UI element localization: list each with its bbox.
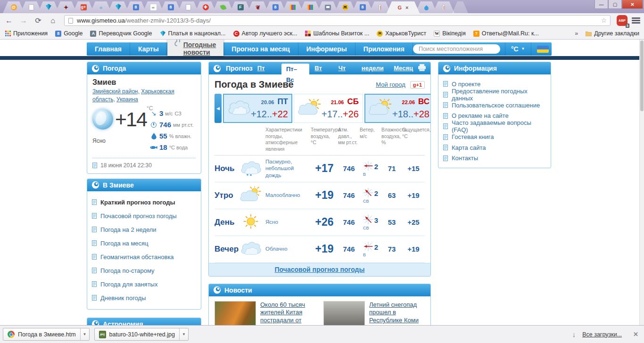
search-input[interactable] bbox=[413, 44, 500, 54]
forecast-tab[interactable]: Вт–Чт bbox=[339, 62, 356, 74]
sidebar-link-item[interactable]: Погода по-старому bbox=[92, 264, 196, 278]
forecast-tab[interactable]: Месяц bbox=[394, 62, 413, 74]
tab-close-icon[interactable]: × bbox=[405, 5, 408, 10]
browser-tab-active[interactable]: G× bbox=[387, 1, 420, 13]
sidebar-link[interactable]: Контакты bbox=[452, 155, 478, 162]
day-card[interactable]: 22.06ВС+18..+28 bbox=[364, 94, 431, 123]
sidebar-link[interactable]: Погода на 2 недели bbox=[100, 226, 157, 233]
region-link[interactable]: Украина bbox=[116, 96, 138, 103]
forecast-tab[interactable]: 2 недели bbox=[362, 62, 388, 74]
forward-button[interactable]: → bbox=[18, 17, 29, 24]
sidebar-link[interactable]: О проекте bbox=[452, 81, 480, 88]
download-item[interactable]: Погода в Змиеве.htm▼ bbox=[3, 328, 90, 341]
news-image[interactable] bbox=[323, 301, 365, 325]
browser-tab[interactable] bbox=[433, 1, 454, 13]
show-all-downloads-link[interactable]: Все загрузки... bbox=[582, 331, 622, 338]
bookmark-item[interactable]: Шаблоны Визиток ... bbox=[305, 30, 370, 37]
download-bar-close-icon[interactable]: ✕ bbox=[633, 331, 638, 338]
prev-days-arrow[interactable]: ◀ bbox=[215, 94, 222, 123]
sidebar-link-item[interactable]: Контакты bbox=[443, 153, 546, 164]
nav-item[interactable]: Приложения bbox=[355, 42, 413, 56]
scrollbar[interactable] bbox=[639, 40, 644, 325]
bookmark-item[interactable]: ?Ответы@Mail.Ru: к... bbox=[473, 30, 539, 37]
sidebar-link-item[interactable]: Предоставление погодных данных bbox=[443, 90, 546, 100]
nav-item[interactable]: Информеры bbox=[298, 42, 355, 56]
nav-item[interactable]: Прогноз на месяц bbox=[223, 42, 298, 56]
torch-icon: Ж bbox=[377, 31, 383, 37]
bookmark-item[interactable]: ЖХарьковТурист bbox=[377, 30, 426, 37]
language-flag-dropdown[interactable]: ▼ bbox=[531, 42, 561, 56]
download-item-menu[interactable]: ▼ bbox=[179, 328, 188, 340]
back-button[interactable]: ← bbox=[4, 17, 14, 24]
news-title-link[interactable]: Летний снегопад прошел в Республике Коми bbox=[369, 301, 425, 325]
new-tab-button[interactable] bbox=[452, 1, 468, 13]
sidebar-link-item[interactable]: Погода для занятых bbox=[92, 278, 196, 291]
bookmark-item[interactable]: CАвтор лучшего эск... bbox=[233, 30, 297, 37]
sidebar-link-item[interactable]: Дневник погоды bbox=[92, 291, 196, 305]
sidebar-link[interactable]: Краткий прогноз погоды bbox=[100, 199, 175, 206]
sidebar-link[interactable]: Почасовой прогноз погоды bbox=[100, 212, 177, 220]
sidebar-link-item[interactable]: Пользовательское соглашение bbox=[443, 100, 546, 111]
forecast-tab-active[interactable]: Пт–Вс bbox=[281, 64, 309, 74]
google-plus-one-button[interactable]: g+1 bbox=[410, 81, 425, 89]
nav-item[interactable]: Карты bbox=[130, 42, 167, 56]
day-card[interactable]: 20.06ПТ+12..+22 bbox=[223, 94, 292, 123]
sidebar-link[interactable]: Гостевая книга bbox=[452, 133, 494, 140]
units-dropdown[interactable]: °C▼ bbox=[505, 42, 531, 56]
sidebar-link[interactable]: О рекламе на сайте bbox=[452, 112, 509, 119]
print-icon[interactable] bbox=[418, 64, 426, 73]
hourly-forecast-link[interactable]: Почасовой прогноз погоды bbox=[275, 266, 365, 273]
bookmark-item[interactable]: Приложения bbox=[5, 30, 48, 37]
address-bar[interactable]: www.gismeteo.ua/weather-zmiiv-12013/3-5-… bbox=[64, 15, 611, 26]
download-item-menu[interactable]: ▼ bbox=[80, 328, 89, 340]
sidebar-link-item[interactable]: Погода на 2 недели bbox=[92, 223, 196, 237]
bookmark-item[interactable]: Другие закладки bbox=[586, 30, 639, 37]
minimize-button[interactable]: — bbox=[594, 0, 608, 9]
bookmark-star-icon[interactable]: ☆ bbox=[601, 16, 607, 24]
sidebar-link[interactable]: Часто задаваемые вопросы (FAQ) bbox=[452, 119, 546, 133]
sidebar-link-item[interactable]: Часто задаваемые вопросы (FAQ) bbox=[443, 121, 546, 132]
sidebar-link[interactable]: Погода по-старому bbox=[100, 267, 155, 274]
news-title-link[interactable]: Около 60 тысяч жителей Китая пострадали … bbox=[260, 301, 316, 325]
bookmark-item[interactable]: Платья в национал... bbox=[160, 30, 226, 37]
sidebar-link[interactable]: Предоставление погодных данных bbox=[452, 88, 546, 102]
bookmark-item[interactable]: WВікіпедія bbox=[434, 30, 466, 37]
bookmark-item[interactable]: AПереводчик Google bbox=[90, 30, 152, 37]
home-button[interactable]: ⌂ bbox=[48, 17, 58, 24]
close-button[interactable]: ✕ bbox=[622, 0, 643, 9]
sidebar-link[interactable]: Погода на месяц bbox=[100, 240, 149, 247]
nav-item-weather-news[interactable]: Погодные новости bbox=[167, 40, 224, 56]
adblock-icon[interactable]: ABP 3 bbox=[617, 15, 627, 26]
day-card[interactable]: 21.06СБ+17..+26 bbox=[294, 94, 363, 123]
download-item[interactable]: JPGbaturo-310-white+red.jpg▼ bbox=[94, 328, 189, 341]
sidebar-link[interactable]: Геомагнитная обстановка bbox=[100, 253, 174, 261]
bookmark-item[interactable]: 8Google bbox=[55, 30, 83, 37]
news-item[interactable]: Около 60 тысяч жителей Китая пострадали … bbox=[215, 301, 316, 325]
menu-icon[interactable] bbox=[632, 17, 640, 24]
region-link[interactable]: Змиёвский район, bbox=[92, 88, 140, 95]
news-item[interactable]: Летний снегопад прошел в Республике Коми bbox=[323, 301, 425, 325]
forecast-tab[interactable]: Вс–Вт bbox=[314, 62, 333, 74]
nav-item[interactable]: Главная bbox=[87, 42, 130, 56]
sidebar-link[interactable]: Карта сайта bbox=[452, 144, 486, 151]
panel-title: В Змиеве bbox=[103, 181, 134, 189]
news-image[interactable] bbox=[215, 301, 256, 325]
maximize-button[interactable]: ▢ bbox=[608, 0, 622, 9]
reload-button[interactable]: ⟳ bbox=[33, 17, 43, 24]
sidebar-link[interactable]: Пользовательское соглашение bbox=[452, 102, 540, 109]
forecast-tab[interactable]: Ср–Пт bbox=[257, 62, 276, 74]
download-item-main[interactable]: Погода в Змиеве.htm bbox=[3, 331, 80, 338]
bookmark-item[interactable]: » bbox=[575, 30, 578, 37]
sidebar-link[interactable]: Погода для занятых bbox=[100, 281, 157, 288]
my-city-link[interactable]: Мой город bbox=[376, 81, 405, 88]
url-text[interactable]: www.gismeteo.ua/weather-zmiiv-12013/3-5-… bbox=[77, 17, 211, 24]
squares-icon bbox=[305, 31, 311, 37]
sidebar-link-item[interactable]: Краткий прогноз погоды bbox=[92, 196, 196, 209]
download-item-main[interactable]: JPGbaturo-310-white+red.jpg bbox=[95, 331, 179, 338]
sidebar-link-item[interactable]: Погода на месяц bbox=[92, 237, 196, 250]
scrollbar-thumb[interactable] bbox=[640, 41, 644, 111]
sidebar-link-item[interactable]: Геомагнитная обстановка bbox=[92, 250, 196, 264]
sidebar-link[interactable]: Дневник погоды bbox=[100, 294, 146, 302]
sidebar-link-item[interactable]: Карта сайта bbox=[443, 142, 546, 153]
sidebar-link-item[interactable]: Почасовой прогноз погоды bbox=[92, 209, 196, 223]
